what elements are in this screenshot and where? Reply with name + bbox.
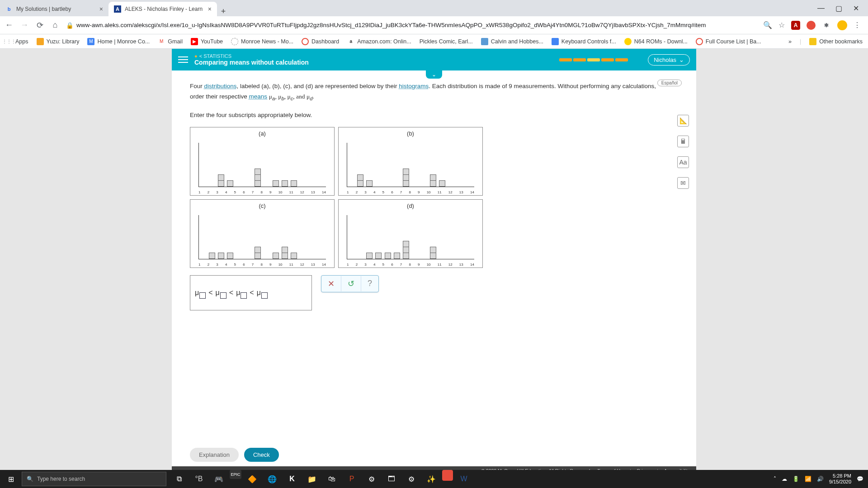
link-means[interactable]: means [249, 93, 268, 100]
home-icon[interactable]: ⌂ [51, 20, 60, 30]
ruler-tool-icon[interactable]: 📐 [677, 115, 689, 127]
bookmark-n64[interactable]: N64 ROMs - Downl... [624, 38, 688, 45]
bookmark-icon [302, 38, 309, 45]
new-tab-button[interactable]: + [217, 7, 230, 16]
font-tool-icon[interactable]: Aa [677, 156, 689, 168]
bookmarks-overflow-icon[interactable]: » [788, 38, 792, 45]
close-icon[interactable]: × [208, 5, 212, 13]
bars [347, 169, 474, 187]
amazon-icon: a [347, 38, 354, 45]
clear-button[interactable]: ✕ [321, 276, 341, 291]
bookmark-pickles[interactable]: Pickles Comic, Earl... [420, 38, 473, 45]
histogram-c: (c)1234567891011121314 [190, 199, 335, 268]
taskbar-app-icon[interactable]: ✨ [422, 470, 440, 488]
bookmark-monroe[interactable]: MHome | Monroe Co... [87, 38, 150, 45]
gmail-icon: M [158, 38, 165, 45]
maximize-icon[interactable]: ▢ [835, 4, 842, 13]
ext-avatar-icon[interactable] [837, 20, 847, 30]
tray-chevron-icon[interactable]: ˄ [774, 476, 776, 482]
taskbar-clock[interactable]: 5:28 PM 9/15/2020 [829, 473, 851, 485]
notifications-icon[interactable]: 💬 [857, 476, 863, 482]
answer-input-box[interactable]: μ < μ < μ < μ [190, 275, 312, 310]
question-content: Español 📐 🖩 Aa ✉ Four distributions, lab… [172, 79, 696, 443]
start-button[interactable]: ⊞ [0, 475, 22, 483]
ext-adobe-icon[interactable]: A [791, 21, 800, 30]
bookmark-gmail[interactable]: MGmail [158, 38, 183, 45]
bookmark-apps[interactable]: ⋮⋮⋮Apps [5, 38, 28, 45]
forward-icon[interactable]: → [20, 20, 29, 30]
reload-icon[interactable]: ⟳ [35, 20, 44, 30]
help-button[interactable]: ? [361, 276, 378, 291]
ext-red-icon[interactable] [807, 21, 816, 30]
taskbar-app-icon[interactable]: 🎮 [210, 470, 228, 488]
close-icon[interactable]: × [99, 5, 103, 13]
user-menu[interactable]: Nicholas ⌄ [648, 54, 690, 66]
url-text: www-awn.aleks.com/alekscgi/x/Isl.exe/1o_… [76, 22, 706, 28]
back-icon[interactable]: ← [5, 20, 14, 30]
tab-bartleby[interactable]: b My Solutions | bartleby × [0, 2, 108, 16]
menu-icon[interactable]: ⋮ [854, 21, 861, 29]
bookmark-monroe-news[interactable]: Monroe News - Mo... [231, 38, 293, 45]
bookmark-label: Monroe News - Mo... [241, 38, 293, 45]
subscript-input-3[interactable] [241, 292, 247, 299]
plot-label: (d) [339, 200, 482, 209]
bookmark-fullcourse[interactable]: Full Course List | Ba... [696, 38, 761, 45]
explanation-button[interactable]: Explanation [190, 448, 239, 462]
tray-volume-icon[interactable]: 🔊 [817, 476, 824, 482]
taskbar-chrome-icon[interactable]: 🌐 [263, 470, 281, 488]
bookmark-yuzu[interactable]: Yuzu: Library [37, 38, 80, 45]
taskbar-app-icon[interactable]: 🗔 [382, 470, 401, 488]
bookmark-dashboard[interactable]: Dashboard [302, 38, 339, 45]
star-icon[interactable]: ☆ [778, 21, 785, 29]
bars [347, 241, 474, 259]
taskbar-steam-icon[interactable]: ⚙ [402, 470, 420, 488]
bookmark-keyboard[interactable]: Keyboard Controls f... [552, 38, 616, 45]
other-bookmarks[interactable]: Other bookmarks [809, 38, 863, 45]
minimize-icon[interactable]: — [817, 4, 825, 12]
breadcrumb[interactable]: ●< STATISTICS [194, 53, 309, 59]
favicon-bartleby: b [5, 5, 13, 13]
link-histograms[interactable]: histograms [399, 83, 429, 89]
search-url-icon[interactable]: 🔍 [763, 21, 772, 29]
bookmark-label: Amazon.com: Onlin... [357, 38, 411, 45]
link-distributions[interactable]: distributions [204, 83, 237, 89]
check-button[interactable]: Check [244, 448, 279, 462]
chevron-down-icon[interactable]: ⌄ [426, 70, 442, 79]
question-text: Four distributions, labeled (a), (b), (c… [190, 81, 665, 103]
taskbar-app-icon[interactable]: °B [190, 470, 208, 488]
taskbar-app-icon[interactable]: K [283, 470, 301, 488]
bookmark-youtube[interactable]: ▶YouTube [191, 38, 223, 45]
message-tool-icon[interactable]: ✉ [677, 177, 689, 189]
chevron-down-icon: ⌄ [679, 56, 684, 63]
histogram-b: (b)1234567891011121314 [338, 127, 483, 196]
subscript-input-4[interactable] [261, 292, 268, 299]
taskbar-store-icon[interactable]: 🛍 [323, 470, 341, 488]
reset-button[interactable]: ↺ [341, 276, 361, 291]
histogram-a: (a)1234567891011121314 [190, 127, 335, 196]
task-view-icon[interactable]: ⧉ [170, 470, 188, 488]
tray-onedrive-icon[interactable]: ☁ [782, 476, 787, 482]
url-field[interactable]: 🔒 www-awn.aleks.com/alekscgi/x/Isl.exe/1… [66, 22, 757, 29]
taskbar-app-icon[interactable] [442, 470, 453, 481]
taskbar-word-icon[interactable]: W [455, 470, 473, 488]
subscript-input-1[interactable] [199, 292, 206, 299]
bookmark-amazon[interactable]: aAmazon.com: Onlin... [347, 38, 411, 45]
taskbar-app-icon[interactable]: EPIC [230, 470, 241, 479]
ext-puzzle-icon[interactable]: ✱ [822, 21, 831, 30]
tab-aleks[interactable]: A ALEKS - Nicholas Finley - Learn × [108, 2, 217, 16]
menu-icon[interactable] [178, 56, 188, 63]
taskbar-powerpoint-icon[interactable]: P [343, 470, 361, 488]
bookmark-label: Calvin and Hobbes... [491, 38, 543, 45]
tray-wifi-icon[interactable]: 📶 [805, 476, 811, 482]
taskbar-app-icon[interactable]: 🔶 [243, 470, 261, 488]
calculator-tool-icon[interactable]: 🖩 [677, 136, 689, 147]
subscript-input-2[interactable] [220, 292, 226, 299]
close-window-icon[interactable]: ✕ [853, 4, 859, 13]
taskbar-search[interactable]: 🔍 Type here to search [22, 472, 166, 486]
tray-battery-icon[interactable]: 🔋 [793, 476, 799, 482]
bookmark-calvin[interactable]: Calvin and Hobbes... [481, 38, 543, 45]
taskbar-settings-icon[interactable]: ⚙ [363, 470, 381, 488]
language-toggle[interactable]: Español [657, 80, 682, 86]
taskbar-explorer-icon[interactable]: 📁 [303, 470, 321, 488]
bookmark-icon [231, 38, 238, 45]
